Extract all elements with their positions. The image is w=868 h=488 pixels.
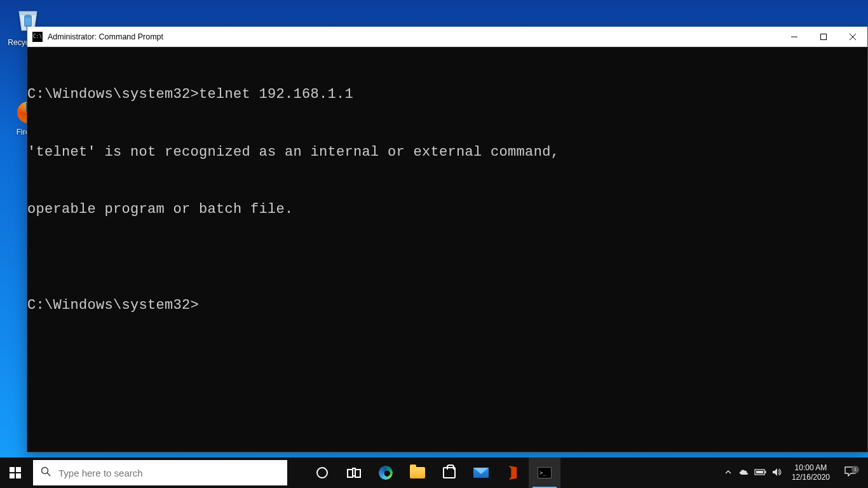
svg-rect-7 [764,471,766,473]
volume-tray-icon[interactable] [769,468,785,478]
search-input[interactable] [58,460,287,485]
svg-point-4 [42,467,48,473]
mail-icon [473,468,489,478]
office-icon [507,466,519,480]
folder-icon [410,467,425,478]
taskbar-app-mail[interactable] [465,458,497,488]
window-title: Administrator: Command Prompt [48,32,780,41]
close-button[interactable] [838,27,867,46]
store-icon [443,467,456,478]
terminal-line: operable program or batch file. [27,200,867,219]
titlebar[interactable]: C:\ Administrator: Command Prompt [27,27,867,47]
cmd-icon: >_ [538,467,552,478]
taskbar-app-store[interactable] [433,458,465,488]
maximize-button[interactable] [809,27,838,46]
taskbar-app-office[interactable] [497,458,529,488]
cmd-app-icon: C:\ [32,32,43,42]
action-center-button[interactable]: 1 [836,466,864,480]
system-tray[interactable]: 10:00 AM 12/16/2020 1 [721,458,868,488]
svg-line-5 [47,473,50,476]
cortana-icon [316,467,328,478]
desktop[interactable]: Recycle Bin ↗ Firefox C:\ Administrator:… [0,0,868,488]
start-button[interactable] [0,458,31,488]
taskbar[interactable]: >_ 10:00 AM 12/16/2020 1 [0,458,868,488]
terminal-line: C:\Windows\system32> [27,296,867,315]
command-prompt-window[interactable]: C:\ Administrator: Command Prompt C:\Win… [27,27,868,452]
taskbar-app-edge[interactable] [370,458,402,488]
taskbar-pinned-apps: >_ [306,458,560,488]
minimize-button[interactable] [780,27,809,46]
battery-tray-icon[interactable] [752,468,769,478]
windows-logo-icon [10,467,21,478]
svg-rect-1 [821,34,827,39]
tray-overflow-button[interactable] [721,468,736,477]
clock-date: 12/16/2020 [792,473,830,482]
taskbar-app-explorer[interactable] [402,458,433,488]
taskbar-search[interactable] [33,460,287,485]
notification-badge: 1 [851,466,859,473]
taskbar-app-cmd[interactable]: >_ [529,458,560,488]
task-view-icon [347,468,361,478]
edge-icon [379,466,393,480]
terminal-output[interactable]: C:\Windows\system32>telnet 192.168.1.1 '… [27,47,867,452]
search-icon [33,466,58,480]
taskbar-clock[interactable]: 10:00 AM 12/16/2020 [785,463,836,482]
cortana-button[interactable] [306,458,338,488]
terminal-line: 'telnet' is not recognized as an interna… [27,143,867,162]
terminal-line: C:\Windows\system32>telnet 192.168.1.1 [27,85,867,104]
clock-time: 10:00 AM [792,463,830,473]
task-view-button[interactable] [338,458,370,488]
svg-rect-8 [756,471,763,473]
onedrive-tray-icon[interactable] [736,468,752,478]
